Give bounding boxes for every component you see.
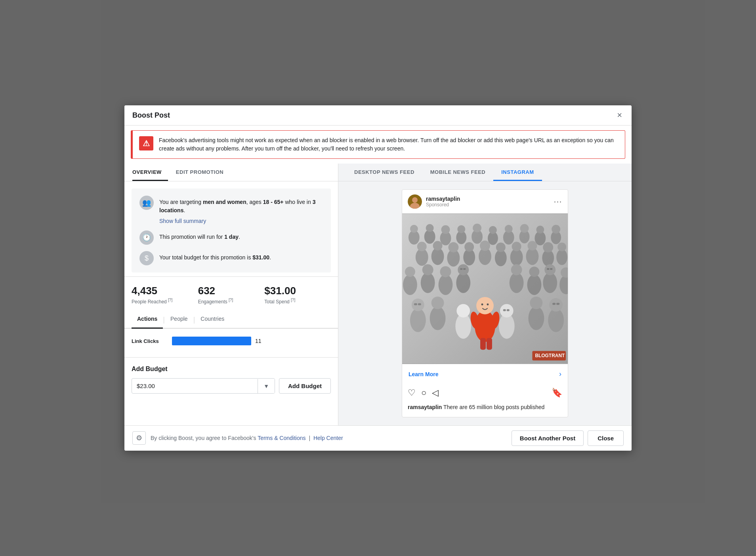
stat-engagements: 632 Engagements [?] bbox=[198, 285, 265, 305]
promo-text1: This promotion will run for bbox=[159, 234, 224, 240]
targeting-audience-text: You are targeting men and women, ages 18… bbox=[159, 196, 323, 215]
preview-area: ramsaytaplin Sponsored ··· bbox=[338, 181, 632, 425]
engagements-label: Engagements [?] bbox=[198, 298, 265, 305]
svg-rect-74 bbox=[552, 303, 556, 305]
ig-more-options[interactable]: ··· bbox=[554, 198, 562, 206]
link-clicks-value: 11 bbox=[255, 338, 262, 344]
svg-point-87 bbox=[500, 304, 514, 318]
warning-text: Facebook's advertising tools might not w… bbox=[159, 136, 619, 153]
left-tabs: OVERVIEW EDIT PROMOTION bbox=[124, 164, 338, 181]
engagements-help[interactable]: [?] bbox=[229, 298, 233, 302]
footer-separator: | bbox=[309, 435, 310, 441]
svg-point-43 bbox=[557, 243, 566, 251]
ig-caption-username: ramsaytaplin bbox=[408, 404, 442, 410]
show-full-summary-link[interactable]: Show full summary bbox=[159, 218, 323, 224]
ig-bookmark-button[interactable]: 🔖 bbox=[552, 388, 562, 398]
svg-rect-81 bbox=[487, 338, 492, 350]
add-budget-button[interactable]: Add Budget bbox=[279, 378, 331, 394]
tab-mobile-news-feed[interactable]: MOBILE NEWS FEED bbox=[422, 164, 493, 181]
chart-area: Link Clicks 11 bbox=[124, 329, 338, 353]
modal-header: Boost Post × bbox=[124, 105, 632, 126]
stat-total-spend: $31.00 Total Spend [?] bbox=[264, 285, 331, 305]
link-clicks-bar bbox=[172, 337, 251, 345]
svg-point-51 bbox=[458, 264, 469, 275]
budget-input-row: ▼ Add Budget bbox=[132, 378, 331, 394]
svg-point-29 bbox=[448, 242, 458, 253]
targeting-audience-item: 👥 You are targeting men and women, ages … bbox=[139, 196, 323, 215]
instagram-card: ramsaytaplin Sponsored ··· bbox=[402, 189, 568, 417]
ig-like-button[interactable]: ♡ bbox=[408, 388, 416, 398]
ig-card-header: ramsaytaplin Sponsored ··· bbox=[402, 190, 568, 213]
svg-point-48 bbox=[439, 274, 453, 295]
svg-rect-80 bbox=[480, 338, 486, 350]
budget-bold1: $31.00 bbox=[252, 254, 269, 261]
tab-edit-promotion[interactable]: EDIT PROMOTION bbox=[176, 164, 230, 181]
ig-share-button[interactable]: ◁ bbox=[432, 388, 439, 398]
footer-text1: By clicking Boost, you agree to Facebook… bbox=[151, 435, 258, 441]
svg-point-56 bbox=[527, 274, 541, 295]
preview-tabs: DESKTOP NEWS FEED MOBILE NEWS FEED INSTA… bbox=[338, 164, 632, 181]
svg-point-9 bbox=[441, 225, 450, 234]
tab-instagram[interactable]: INSTAGRAM bbox=[493, 164, 542, 181]
budget-input-field[interactable] bbox=[132, 379, 258, 393]
help-center-link[interactable]: Help Center bbox=[313, 435, 343, 441]
boost-another-post-button[interactable]: Boost Another Post bbox=[512, 430, 584, 446]
ig-learn-more-arrow: › bbox=[559, 370, 561, 378]
link-clicks-label: Link Clicks bbox=[132, 338, 167, 344]
targeting-text3: who live in bbox=[284, 199, 313, 205]
action-tab-actions[interactable]: Actions bbox=[132, 312, 163, 329]
svg-point-13 bbox=[473, 224, 481, 232]
svg-point-77 bbox=[476, 297, 494, 314]
people-reached-label: People Reached [?] bbox=[132, 298, 198, 305]
modal-close-button[interactable]: × bbox=[615, 111, 624, 120]
action-tab-people[interactable]: People bbox=[165, 312, 193, 329]
people-reached-help[interactable]: [?] bbox=[168, 298, 172, 302]
modal-body: OVERVIEW EDIT PROMOTION 👥 You are target… bbox=[124, 164, 632, 425]
svg-point-33 bbox=[480, 241, 490, 251]
svg-point-27 bbox=[433, 241, 443, 251]
dollar-icon: $ bbox=[139, 251, 154, 265]
svg-point-72 bbox=[548, 308, 564, 332]
tab-overview[interactable]: OVERVIEW bbox=[132, 164, 168, 181]
svg-point-65 bbox=[412, 299, 424, 311]
budget-input-wrapper: ▼ bbox=[132, 378, 275, 394]
svg-point-46 bbox=[421, 272, 435, 293]
svg-point-25 bbox=[417, 242, 427, 251]
svg-point-49 bbox=[440, 266, 451, 277]
people-reached-value: 4,435 bbox=[132, 285, 198, 297]
svg-point-7 bbox=[426, 224, 434, 232]
budget-text1: Your total budget for this promotion is bbox=[159, 254, 252, 261]
svg-point-19 bbox=[520, 224, 529, 233]
targeting-duration-item: 🕐 This promotion will run for 1 day. bbox=[139, 230, 323, 245]
svg-point-45 bbox=[405, 267, 415, 277]
targeting-text2: , ages bbox=[246, 199, 263, 205]
svg-point-15 bbox=[489, 226, 497, 234]
svg-rect-61 bbox=[550, 268, 552, 270]
ig-learn-more-section[interactable]: Learn More › bbox=[402, 364, 568, 384]
svg-point-42 bbox=[556, 249, 567, 265]
targeting-text1: You are targeting bbox=[159, 199, 203, 205]
svg-point-37 bbox=[512, 242, 521, 251]
svg-point-47 bbox=[422, 264, 433, 275]
footer-text: By clicking Boost, you agree to Facebook… bbox=[151, 435, 343, 441]
svg-point-64 bbox=[410, 308, 426, 332]
targeting-budget-item: $ Your total budget for this promotion i… bbox=[139, 251, 323, 265]
svg-point-59 bbox=[544, 264, 556, 275]
terms-conditions-link[interactable]: Terms & Conditions bbox=[258, 435, 305, 441]
engagements-value: 632 bbox=[198, 285, 265, 297]
ig-comment-button[interactable]: ○ bbox=[421, 388, 426, 398]
svg-point-58 bbox=[543, 272, 557, 293]
ig-actions-row: ♡ ○ ◁ 🔖 bbox=[402, 384, 568, 402]
close-button[interactable]: Close bbox=[588, 430, 624, 446]
budget-dropdown-button[interactable]: ▼ bbox=[258, 379, 275, 393]
svg-point-34 bbox=[495, 250, 507, 267]
stat-people-reached: 4,435 People Reached [?] bbox=[132, 285, 198, 305]
audience-icon: 👥 bbox=[139, 196, 154, 210]
tab-desktop-news-feed[interactable]: DESKTOP NEWS FEED bbox=[346, 164, 422, 181]
gear-icon[interactable]: ⚙ bbox=[132, 431, 146, 445]
action-tab-countries[interactable]: Countries bbox=[195, 312, 230, 329]
svg-point-55 bbox=[511, 264, 522, 275]
modal-footer: ⚙ By clicking Boost, you agree to Facebo… bbox=[124, 425, 632, 451]
total-spend-help[interactable]: [?] bbox=[291, 298, 295, 302]
svg-point-35 bbox=[496, 243, 506, 252]
